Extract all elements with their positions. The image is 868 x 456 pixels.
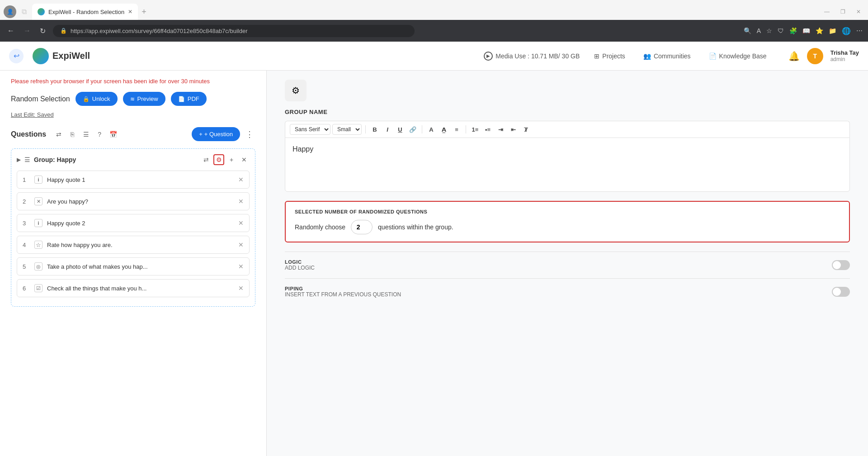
favorites-icon[interactable]: ⭐ (816, 27, 823, 34)
preview-icon: ≋ (130, 96, 135, 102)
collections-icon[interactable]: 📁 (829, 27, 836, 34)
clear-format-btn[interactable]: T̷ (520, 124, 531, 135)
user-profile-btn[interactable]: 👤 (4, 5, 16, 18)
back-button[interactable]: ↩ (9, 49, 24, 63)
question-mark-icon[interactable]: ? (94, 129, 105, 140)
italic-btn[interactable]: I (382, 124, 393, 135)
header-actions: 🔔 T Trisha Tay admin (788, 48, 859, 64)
q-close-icon[interactable]: ✕ (238, 285, 244, 292)
q-close-icon[interactable]: ✕ (238, 241, 244, 248)
search-icon[interactable]: 🔍 (744, 27, 751, 34)
survey-title-row: Random Selection 🔒 Unlock ≋ Preview 📄 PD… (11, 92, 255, 106)
q-type-camera-icon: ◎ (34, 262, 42, 271)
group-name-editor[interactable]: Happy (285, 138, 850, 192)
pdf-button[interactable]: 📄 PDF (171, 92, 207, 106)
ordered-list-btn[interactable]: 1≡ (470, 124, 481, 135)
q-number: 4 (23, 242, 30, 248)
random-number-input[interactable] (351, 220, 373, 234)
play-icon: ▶ (484, 52, 493, 61)
maximize-btn[interactable]: ❐ (837, 7, 849, 17)
align-btn[interactable]: ≡ (451, 124, 462, 135)
user-avatar[interactable]: T (807, 48, 823, 64)
question-item[interactable]: 6 ☑ Check all the things that make you h… (17, 279, 250, 297)
browser-tab[interactable]: ExpiWell - Random Selection ✕ (32, 4, 138, 20)
preview-button[interactable]: ≋ Preview (123, 92, 165, 106)
calendar-icon[interactable]: 📅 (108, 129, 118, 140)
new-tab-button[interactable]: + (140, 5, 148, 19)
address-bar: ← → ↻ 🔒 https://app.expiwell.com/survey/… (0, 20, 868, 42)
question-item[interactable]: 1 i Happy quote 1 ✕ (17, 171, 250, 189)
q-number: 5 (23, 263, 30, 270)
bell-icon[interactable]: 🔔 (788, 51, 800, 62)
group-add-icon[interactable]: + (226, 154, 237, 165)
tab-switcher-btn[interactable]: ⧉ (18, 6, 30, 18)
highlight-btn[interactable]: A̲ (439, 124, 449, 135)
toolbar-divider (365, 125, 366, 133)
more-tools-icon[interactable]: ⋯ (856, 27, 863, 34)
url-box[interactable]: 🔒 https://app.expiwell.com/survey/66ff4d… (53, 25, 415, 37)
logic-toggle[interactable] (832, 260, 850, 270)
panel-top-icon[interactable]: ⚙ (285, 80, 307, 101)
question-item[interactable]: 3 i Happy quote 2 ✕ (17, 214, 250, 232)
extensions-icon[interactable]: 🧩 (789, 27, 797, 34)
q-close-icon[interactable]: ✕ (238, 263, 244, 270)
indent-btn[interactable]: ⇥ (495, 124, 506, 135)
unordered-list-btn[interactable]: •≡ (482, 124, 493, 135)
header-center: ▶ Media Use : 10.71 MB/ 30 GB ⊞ Projects… (484, 51, 770, 62)
media-label: Media Use : 10.71 MB/ 30 GB (495, 52, 580, 60)
projects-link[interactable]: ⊞ Projects (590, 51, 629, 62)
q-close-icon[interactable]: ✕ (238, 198, 244, 205)
communities-link[interactable]: 👥 Communities (640, 51, 694, 62)
group-chevron-icon[interactable]: ▶ (17, 157, 21, 163)
close-btn[interactable]: ✕ (853, 7, 864, 17)
question-item[interactable]: 2 ✕ Are you happy? ✕ (17, 192, 250, 210)
question-item[interactable]: 4 ☆ Rate how happy you are. ✕ (17, 236, 250, 254)
bookmark-icon[interactable]: ☆ (766, 27, 772, 34)
font-size-select[interactable]: Small (332, 124, 362, 135)
shield-icon[interactable]: 🛡 (778, 27, 784, 34)
browser-actions: 🔍 A ☆ 🛡 🧩 📖 ⭐ 📁 🌐 ⋯ (744, 27, 863, 35)
shuffle-icon[interactable]: ⇄ (53, 129, 64, 140)
piping-title: PIPING (285, 286, 401, 291)
piping-toggle[interactable] (832, 287, 850, 297)
font-icon[interactable]: A (757, 27, 761, 34)
group-close-icon[interactable]: ✕ (239, 154, 250, 165)
q-type-checkbox-icon: ✕ (34, 197, 42, 205)
logic-title: LOGIC (285, 259, 315, 265)
add-question-button[interactable]: + + Question (192, 127, 240, 141)
minimize-btn[interactable]: — (821, 7, 833, 17)
question-item[interactable]: 5 ◎ Take a photo of what makes you hap..… (17, 257, 250, 276)
edge-icon[interactable]: 🌐 (842, 27, 851, 35)
link-btn[interactable]: 🔗 (407, 124, 418, 135)
last-edit[interactable]: Last Edit: Saved (11, 111, 255, 118)
knowledge-base-link[interactable]: 📄 Knowledge Base (705, 51, 770, 62)
reader-icon[interactable]: 📖 (802, 27, 810, 34)
copy-icon[interactable]: ⎘ (67, 129, 78, 140)
back-nav-btn[interactable]: ← (5, 25, 16, 37)
font-family-select[interactable]: Sans Serif (290, 124, 330, 135)
more-options-icon[interactable]: ⋮ (244, 128, 255, 141)
editor-toolbar: Sans Serif Small B I U 🔗 A A̲ ≡ 1≡ •≡ ⇥ … (285, 121, 850, 138)
q-close-icon[interactable]: ✕ (238, 219, 244, 227)
outdent-btn[interactable]: ⇤ (508, 124, 519, 135)
group-shuffle-icon[interactable]: ⇄ (201, 154, 212, 165)
bold-btn[interactable]: B (369, 124, 380, 135)
font-color-btn[interactable]: A (426, 124, 437, 135)
url-text: https://app.expiwell.com/survey/66ff4da0… (71, 28, 247, 34)
logic-header: LOGIC ADD LOGIC (285, 259, 850, 271)
forward-nav-btn[interactable]: → (22, 25, 33, 37)
projects-label: Projects (602, 52, 625, 60)
underline-btn[interactable]: U (395, 124, 406, 135)
panel-icon-row: ⚙ (285, 80, 850, 101)
q-close-icon[interactable]: ✕ (238, 176, 244, 183)
unlock-button[interactable]: 🔒 Unlock (75, 92, 118, 106)
questions-header: Questions ⇄ ⎘ ☰ ? 📅 + + Question ⋮ (11, 127, 255, 141)
randomized-row: Randomly choose questions within the gro… (295, 220, 840, 234)
list-icon[interactable]: ☰ (80, 129, 91, 140)
reload-btn[interactable]: ↻ (38, 25, 47, 37)
preview-label: Preview (137, 95, 158, 102)
group-random-icon[interactable]: ⚙ (213, 154, 224, 165)
tab-close-icon[interactable]: ✕ (128, 9, 132, 15)
piping-info: PIPING INSERT TEXT FROM A PREVIOUS QUEST… (285, 286, 401, 298)
q-type-info-icon: i (34, 219, 42, 227)
